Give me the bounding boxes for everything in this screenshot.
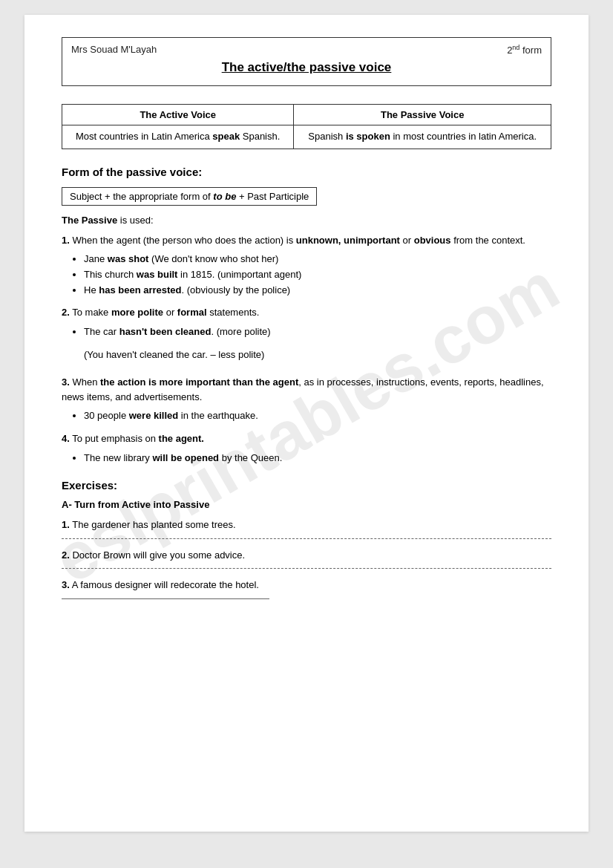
exercise-item-3: 3. A famous designer will redecorate the… [62, 578, 551, 593]
point-2: 2. To make more polite or formal stateme… [62, 305, 551, 320]
form-section-heading: Form of the passive voice: [62, 166, 551, 178]
point-3: 3. When the action is more important tha… [62, 375, 551, 404]
bullet-item: He has been arrested. (obviously by the … [84, 283, 551, 298]
doc-title: The active/the passive voice [71, 60, 542, 75]
bullet-item: The new library will be opened by the Qu… [84, 451, 551, 466]
point-3-bullets: 30 people were killed in the earthquake. [84, 408, 551, 424]
point-4-bullets: The new library will be opened by the Qu… [84, 451, 551, 466]
col1-content: Most countries in Latin America speak Sp… [62, 125, 294, 149]
header-top-row: Mrs Souad M'Layah 2nd form [71, 44, 542, 56]
col2-content: Spanish is spoken in most countries in l… [294, 125, 551, 149]
form-label: 2nd form [507, 44, 542, 56]
content: Mrs Souad M'Layah 2nd form The active/th… [62, 37, 551, 599]
bullet-item: This church was built in 1815. (unimport… [84, 267, 551, 283]
col2-header: The Passive Voice [294, 105, 551, 125]
dashed-line-2 [62, 568, 551, 569]
dashed-line-1 [62, 538, 551, 539]
exercises-sub-heading: A- Turn from Active into Passive [62, 499, 551, 510]
point-2-bullets: The car hasn't been cleaned. (more polit… [84, 324, 551, 340]
col1-header: The Active Voice [62, 105, 294, 125]
comparison-table: The Active Voice The Passive Voice Most … [62, 104, 551, 149]
exercises-heading: Exercises: [62, 479, 551, 492]
passive-intro: The Passive is used: [62, 215, 551, 226]
page: eslprintables.com Mrs Souad M'Layah 2nd … [24, 15, 589, 832]
teacher-name: Mrs Souad M'Layah [71, 44, 157, 55]
bullet-item: Jane was shot (We don't know who shot he… [84, 252, 551, 267]
header-box: Mrs Souad M'Layah 2nd form The active/th… [62, 37, 551, 86]
exercise-item-1: 1. The gardener has planted some trees. [62, 518, 551, 532]
solid-line-3 [62, 598, 269, 599]
sub-note-2: (You haven't cleaned the car. – less pol… [84, 347, 551, 362]
formula-box: Subject + the appropriate form of to be … [62, 187, 317, 206]
bullet-item: The car hasn't been cleaned. (more polit… [84, 324, 551, 340]
point-1-bullets: Jane was shot (We don't know who shot he… [84, 252, 551, 298]
point-4: 4. To put emphasis on the agent. [62, 431, 551, 446]
exercise-item-2: 2. Doctor Brown will give you some advic… [62, 548, 551, 563]
bullet-item: 30 people were killed in the earthquake. [84, 408, 551, 424]
point-1: 1. When the agent (the person who does t… [62, 233, 551, 248]
